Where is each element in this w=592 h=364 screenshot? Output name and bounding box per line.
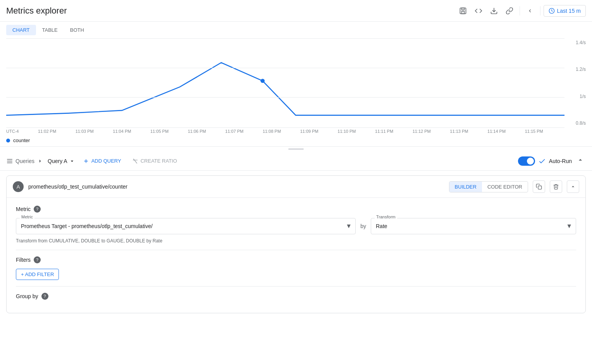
legend-dot [6, 139, 10, 143]
queries-label: Queries [15, 158, 34, 164]
metric-select[interactable]: Prometheus Target - prometheus/otlp_test… [16, 218, 356, 234]
header-actions: Last 15 m [456, 4, 586, 18]
chart-area [6, 38, 564, 127]
resize-handle[interactable] [0, 147, 592, 151]
code-button[interactable] [472, 4, 485, 18]
breadcrumb-chevron-icon [37, 158, 43, 164]
metric-section-label: Metric ? [16, 206, 576, 213]
group-by-help-icon[interactable]: ? [41, 293, 48, 300]
x-label-1: 11:02 PM [38, 129, 56, 134]
auto-run-check-icon [538, 157, 546, 165]
transform-container: Transform Rate ▼ [371, 218, 576, 234]
time-range-button[interactable]: Last 15 m [544, 5, 586, 17]
metric-field-label: Metric [20, 215, 34, 219]
legend-label: counter [13, 137, 30, 143]
query-dropdown-icon [69, 158, 75, 164]
header: Metrics explorer Last 15 m [0, 0, 592, 22]
tab-table[interactable]: TABLE [36, 25, 64, 35]
delete-query-button[interactable] [550, 180, 562, 193]
x-label-3: 11:04 PM [113, 129, 131, 134]
metric-select-container: Metric Prometheus Target - prometheus/ot… [16, 218, 356, 234]
svg-rect-2 [461, 11, 464, 14]
auto-run-section: Auto-Run [518, 155, 586, 167]
filters-help-icon[interactable]: ? [34, 256, 41, 263]
code-editor-tab[interactable]: CODE EDITOR [482, 182, 528, 192]
x-label-9: 11:10 PM [337, 129, 356, 134]
grid-line-mid1 [6, 68, 564, 68]
y-label-mid2: 1/s [566, 94, 586, 99]
x-label-5: 11:06 PM [188, 129, 206, 134]
metric-help-icon[interactable]: ? [34, 206, 41, 213]
query-name: Query A [48, 158, 67, 164]
collapse-button[interactable] [575, 155, 586, 167]
x-label-6: 11:07 PM [225, 129, 243, 134]
tab-chart[interactable]: CHART [6, 25, 36, 35]
x-label-8: 11:09 PM [300, 129, 318, 134]
x-label-11: 11:12 PM [413, 129, 431, 134]
add-query-label: ADD QUERY [91, 158, 121, 164]
x-label-14: 11:15 PM [525, 129, 543, 134]
chart-svg [6, 38, 564, 127]
x-label-4: 11:05 PM [150, 129, 169, 134]
header-divider-2 [540, 6, 540, 15]
chart-legend: counter [6, 135, 586, 146]
add-icon [83, 158, 89, 164]
transform-hint: Transform from CUMULATIVE, DOUBLE to GAU… [16, 238, 576, 244]
page-title: Metrics explorer [6, 6, 67, 16]
auto-run-label: Auto-Run [549, 158, 572, 164]
svg-rect-8 [538, 186, 542, 189]
copy-query-button[interactable] [533, 180, 545, 193]
add-filter-button[interactable]: + ADD FILTER [16, 269, 59, 280]
create-ratio-button[interactable]: CREATE RATIO [129, 156, 180, 166]
group-by-label: Group by ? [16, 293, 576, 300]
group-by-section: Group by ? [16, 293, 576, 300]
query-selector[interactable]: Query A [48, 158, 75, 164]
y-label-bottom: 0.8/s [566, 120, 586, 126]
chevron-up-icon [570, 184, 576, 190]
y-label-mid1: 1.2/s [566, 67, 586, 72]
metric-row: Metric Prometheus Target - prometheus/ot… [16, 218, 576, 234]
resize-bar [288, 148, 304, 150]
transform-select[interactable]: Rate [371, 218, 576, 234]
header-divider [520, 6, 520, 15]
transform-field-label: Transform [375, 215, 397, 219]
trash-icon [553, 184, 559, 190]
add-query-button[interactable]: ADD QUERY [80, 156, 124, 166]
svg-rect-1 [461, 8, 464, 10]
link-button[interactable] [503, 4, 516, 18]
query-label: A [13, 181, 24, 192]
queries-icon [6, 158, 13, 165]
builder-code-tabs: BUILDER CODE EDITOR [449, 181, 528, 192]
x-axis: UTC-4 11:02 PM 11:03 PM 11:04 PM 11:05 P… [6, 127, 543, 135]
auto-run-toggle[interactable] [518, 156, 535, 166]
filters-row: + ADD FILTER [16, 269, 576, 280]
queries-nav[interactable]: Queries [6, 158, 43, 165]
x-label-2: 11:03 PM [76, 129, 94, 134]
collapse-panel-button[interactable] [567, 180, 579, 193]
queries-bar: Queries Query A ADD QUERY CREATE RATIO A… [0, 151, 592, 171]
query-panel: A prometheus/otlp_test_cumulative/counte… [6, 175, 586, 313]
copy-icon [536, 184, 542, 190]
query-panel-body: Metric ? Metric Prometheus Target - prom… [7, 198, 585, 313]
toggle-slider [518, 156, 535, 166]
query-panel-header: A prometheus/otlp_test_cumulative/counte… [7, 176, 585, 198]
filters-section-label: Filters ? [16, 256, 576, 263]
back-button[interactable] [523, 4, 537, 18]
by-label: by [360, 223, 366, 229]
chart-dot [260, 79, 265, 83]
x-label-7: 11:08 PM [263, 129, 281, 134]
chart-container: 1.4/s 1.2/s 1/s 0.8/s [6, 38, 586, 127]
grid-line-bottom [6, 127, 564, 128]
save-button[interactable] [456, 4, 470, 18]
query-title: prometheus/otlp_test_cumulative/counter [28, 184, 444, 190]
ratio-icon [132, 158, 138, 164]
section-divider-2 [16, 286, 576, 287]
tab-both[interactable]: BOTH [64, 25, 90, 35]
x-label-12: 11:13 PM [450, 129, 468, 134]
builder-tab[interactable]: BUILDER [449, 182, 482, 192]
chart-y-labels: 1.4/s 1.2/s 1/s 0.8/s [566, 38, 586, 127]
x-axis-container: UTC-4 11:02 PM 11:03 PM 11:04 PM 11:05 P… [6, 127, 564, 135]
download-button[interactable] [487, 4, 501, 18]
section-divider-1 [16, 250, 576, 250]
x-label-10: 11:11 PM [375, 129, 393, 134]
